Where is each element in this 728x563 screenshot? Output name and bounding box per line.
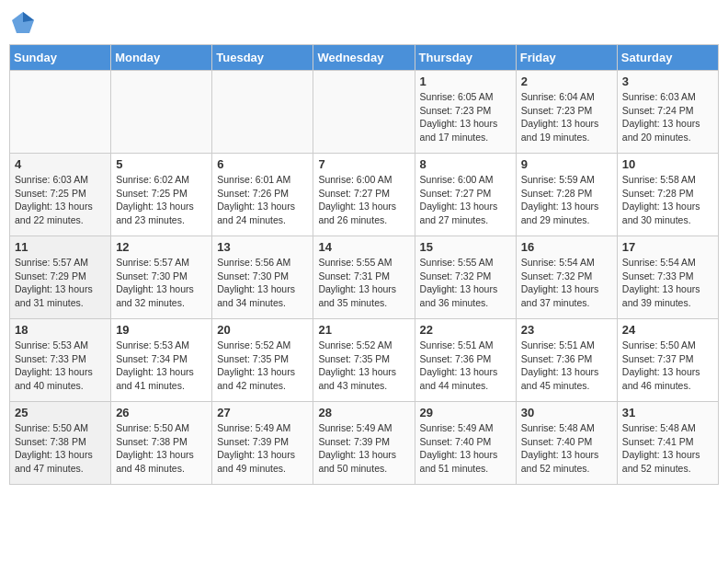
calendar-header-row: SundayMondayTuesdayWednesdayThursdayFrid… — [10, 45, 719, 71]
day-number: 29 — [420, 406, 511, 419]
calendar-cell: 23Sunrise: 5:51 AM Sunset: 7:36 PM Dayli… — [516, 319, 617, 402]
day-number: 28 — [318, 406, 409, 419]
day-number: 26 — [116, 406, 207, 419]
calendar-cell: 18Sunrise: 5:53 AM Sunset: 7:33 PM Dayli… — [10, 319, 111, 402]
day-info: Sunrise: 5:54 AM Sunset: 7:33 PM Dayligh… — [622, 256, 713, 310]
calendar-cell: 10Sunrise: 5:58 AM Sunset: 7:28 PM Dayli… — [617, 154, 718, 236]
calendar-cell — [111, 71, 212, 154]
calendar-cell: 25Sunrise: 5:50 AM Sunset: 7:38 PM Dayli… — [10, 402, 111, 485]
day-number: 7 — [318, 157, 409, 171]
day-number: 6 — [217, 157, 308, 171]
day-info: Sunrise: 6:00 AM Sunset: 7:27 PM Dayligh… — [420, 173, 511, 227]
day-info: Sunrise: 6:00 AM Sunset: 7:27 PM Dayligh… — [318, 173, 409, 227]
calendar-week-5: 25Sunrise: 5:50 AM Sunset: 7:38 PM Dayli… — [10, 402, 719, 485]
day-info: Sunrise: 6:01 AM Sunset: 7:26 PM Dayligh… — [217, 173, 308, 227]
calendar-week-3: 11Sunrise: 5:57 AM Sunset: 7:29 PM Dayli… — [10, 236, 719, 319]
day-number: 5 — [116, 157, 207, 171]
day-number: 3 — [622, 75, 713, 88]
calendar-cell: 12Sunrise: 5:57 AM Sunset: 7:30 PM Dayli… — [111, 236, 212, 319]
day-number: 4 — [15, 157, 106, 171]
calendar-week-1: 1Sunrise: 6:05 AM Sunset: 7:23 PM Daylig… — [10, 71, 719, 154]
header-day-monday: Monday — [111, 45, 212, 71]
page-header — [9, 9, 719, 37]
day-info: Sunrise: 5:58 AM Sunset: 7:28 PM Dayligh… — [622, 173, 713, 227]
day-info: Sunrise: 6:04 AM Sunset: 7:23 PM Dayligh… — [521, 90, 612, 144]
header-day-friday: Friday — [516, 45, 617, 71]
calendar-cell: 15Sunrise: 5:55 AM Sunset: 7:32 PM Dayli… — [415, 236, 516, 319]
calendar-week-4: 18Sunrise: 5:53 AM Sunset: 7:33 PM Dayli… — [10, 319, 719, 402]
calendar-cell — [313, 71, 415, 154]
calendar-cell: 3Sunrise: 6:03 AM Sunset: 7:24 PM Daylig… — [617, 71, 718, 154]
day-number: 23 — [521, 323, 612, 337]
calendar-cell: 5Sunrise: 6:02 AM Sunset: 7:25 PM Daylig… — [111, 154, 212, 236]
day-info: Sunrise: 5:48 AM Sunset: 7:40 PM Dayligh… — [521, 421, 612, 476]
calendar-cell: 31Sunrise: 5:48 AM Sunset: 7:41 PM Dayli… — [617, 402, 718, 485]
calendar-cell: 24Sunrise: 5:50 AM Sunset: 7:37 PM Dayli… — [617, 319, 718, 402]
header-day-sunday: Sunday — [10, 45, 111, 71]
calendar-cell: 6Sunrise: 6:01 AM Sunset: 7:26 PM Daylig… — [212, 154, 313, 236]
calendar-cell: 17Sunrise: 5:54 AM Sunset: 7:33 PM Dayli… — [617, 236, 718, 319]
calendar-cell: 26Sunrise: 5:50 AM Sunset: 7:38 PM Dayli… — [111, 402, 212, 485]
day-info: Sunrise: 5:56 AM Sunset: 7:30 PM Dayligh… — [217, 256, 308, 310]
logo — [9, 9, 40, 37]
calendar-table: SundayMondayTuesdayWednesdayThursdayFrid… — [9, 44, 719, 485]
day-number: 24 — [622, 323, 713, 337]
calendar-cell: 19Sunrise: 5:53 AM Sunset: 7:34 PM Dayli… — [111, 319, 212, 402]
day-info: Sunrise: 5:53 AM Sunset: 7:34 PM Dayligh… — [116, 339, 207, 393]
day-info: Sunrise: 5:49 AM Sunset: 7:39 PM Dayligh… — [318, 421, 409, 476]
day-info: Sunrise: 5:53 AM Sunset: 7:33 PM Dayligh… — [15, 339, 106, 393]
calendar-cell: 14Sunrise: 5:55 AM Sunset: 7:31 PM Dayli… — [313, 236, 415, 319]
day-info: Sunrise: 5:57 AM Sunset: 7:29 PM Dayligh… — [15, 256, 106, 310]
day-number: 11 — [15, 240, 106, 254]
calendar-cell: 4Sunrise: 6:03 AM Sunset: 7:25 PM Daylig… — [10, 154, 111, 236]
header-day-saturday: Saturday — [617, 45, 718, 71]
day-info: Sunrise: 5:54 AM Sunset: 7:32 PM Dayligh… — [521, 256, 612, 310]
day-info: Sunrise: 5:49 AM Sunset: 7:39 PM Dayligh… — [217, 421, 308, 476]
day-number: 18 — [15, 323, 106, 337]
calendar-cell — [10, 71, 111, 154]
day-number: 19 — [116, 323, 207, 337]
day-info: Sunrise: 5:52 AM Sunset: 7:35 PM Dayligh… — [217, 339, 308, 393]
day-number: 27 — [217, 406, 308, 419]
header-day-tuesday: Tuesday — [212, 45, 313, 71]
day-info: Sunrise: 5:50 AM Sunset: 7:38 PM Dayligh… — [15, 421, 106, 476]
calendar-cell: 7Sunrise: 6:00 AM Sunset: 7:27 PM Daylig… — [313, 154, 415, 236]
day-number: 22 — [420, 323, 511, 337]
calendar-cell: 2Sunrise: 6:04 AM Sunset: 7:23 PM Daylig… — [516, 71, 617, 154]
day-info: Sunrise: 6:03 AM Sunset: 7:25 PM Dayligh… — [15, 173, 106, 227]
day-number: 9 — [521, 157, 612, 171]
day-number: 13 — [217, 240, 308, 254]
header-day-thursday: Thursday — [415, 45, 516, 71]
day-info: Sunrise: 5:51 AM Sunset: 7:36 PM Dayligh… — [521, 339, 612, 393]
day-info: Sunrise: 5:48 AM Sunset: 7:41 PM Dayligh… — [622, 421, 713, 476]
day-number: 31 — [622, 406, 713, 419]
calendar-cell: 9Sunrise: 5:59 AM Sunset: 7:28 PM Daylig… — [516, 154, 617, 236]
day-info: Sunrise: 5:50 AM Sunset: 7:37 PM Dayligh… — [622, 339, 713, 393]
calendar-week-2: 4Sunrise: 6:03 AM Sunset: 7:25 PM Daylig… — [10, 154, 719, 236]
day-number: 21 — [318, 323, 409, 337]
day-number: 30 — [521, 406, 612, 419]
day-number: 15 — [420, 240, 511, 254]
day-info: Sunrise: 5:49 AM Sunset: 7:40 PM Dayligh… — [420, 421, 511, 476]
day-number: 8 — [420, 157, 511, 171]
day-number: 10 — [622, 157, 713, 171]
day-info: Sunrise: 5:55 AM Sunset: 7:32 PM Dayligh… — [420, 256, 511, 310]
day-info: Sunrise: 5:52 AM Sunset: 7:35 PM Dayligh… — [318, 339, 409, 393]
calendar-cell: 13Sunrise: 5:56 AM Sunset: 7:30 PM Dayli… — [212, 236, 313, 319]
calendar-cell: 21Sunrise: 5:52 AM Sunset: 7:35 PM Dayli… — [313, 319, 415, 402]
calendar-cell: 8Sunrise: 6:00 AM Sunset: 7:27 PM Daylig… — [415, 154, 516, 236]
day-info: Sunrise: 6:03 AM Sunset: 7:24 PM Dayligh… — [622, 90, 713, 144]
day-info: Sunrise: 6:05 AM Sunset: 7:23 PM Dayligh… — [420, 90, 511, 144]
day-number: 2 — [521, 75, 612, 88]
day-number: 1 — [420, 75, 511, 88]
calendar-cell: 29Sunrise: 5:49 AM Sunset: 7:40 PM Dayli… — [415, 402, 516, 485]
calendar-cell: 28Sunrise: 5:49 AM Sunset: 7:39 PM Dayli… — [313, 402, 415, 485]
day-info: Sunrise: 5:50 AM Sunset: 7:38 PM Dayligh… — [116, 421, 207, 476]
calendar-cell: 16Sunrise: 5:54 AM Sunset: 7:32 PM Dayli… — [516, 236, 617, 319]
calendar-cell: 11Sunrise: 5:57 AM Sunset: 7:29 PM Dayli… — [10, 236, 111, 319]
header-day-wednesday: Wednesday — [313, 45, 415, 71]
day-number: 20 — [217, 323, 308, 337]
calendar-cell: 1Sunrise: 6:05 AM Sunset: 7:23 PM Daylig… — [415, 71, 516, 154]
day-number: 14 — [318, 240, 409, 254]
day-info: Sunrise: 5:59 AM Sunset: 7:28 PM Dayligh… — [521, 173, 612, 227]
